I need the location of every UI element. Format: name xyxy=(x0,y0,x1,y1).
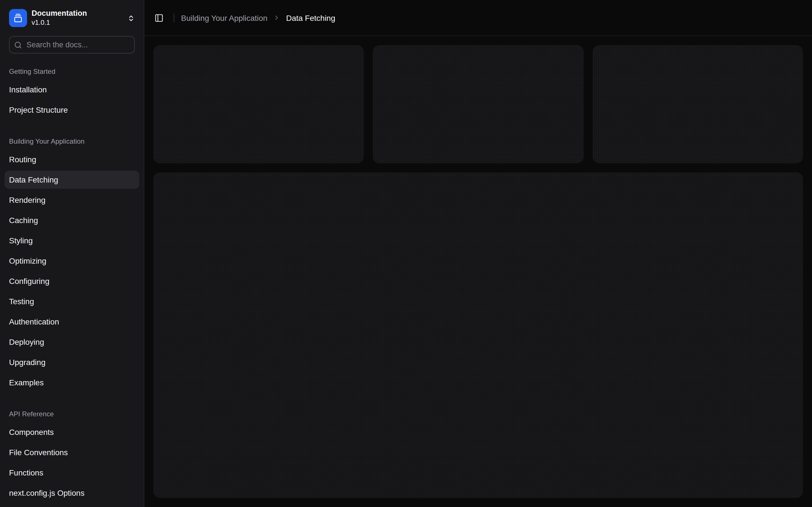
sidebar-item-routing[interactable]: Routing xyxy=(4,151,139,168)
breadcrumb-parent-link[interactable]: Building Your Application xyxy=(181,13,267,22)
sidebar-group-items: Routing Data Fetching Rendering Caching … xyxy=(4,151,139,392)
content xyxy=(144,36,812,507)
sidebar-item-configuring[interactable]: Configuring xyxy=(4,272,139,290)
sidebar-nav: Getting Started Installation Project Str… xyxy=(0,54,144,507)
sidebar-item-functions[interactable]: Functions xyxy=(4,464,139,482)
sidebar-item-deploying[interactable]: Deploying xyxy=(4,333,139,351)
sidebar-item-upgrading[interactable]: Upgrading xyxy=(4,353,139,371)
placeholder-card xyxy=(373,45,583,163)
sidebar-group-label: API Reference xyxy=(4,405,139,423)
sidebar-item-authentication[interactable]: Authentication xyxy=(4,313,139,331)
app-title: Documentation xyxy=(32,9,87,18)
sidebar-group: API Reference Components File Convention… xyxy=(4,405,139,502)
sidebar-group-label: Getting Started xyxy=(4,62,139,80)
chevrons-up-down-icon xyxy=(128,14,135,22)
placeholder-cards-row xyxy=(153,45,803,163)
gallery-vertical-end-icon xyxy=(13,13,22,22)
header-separator xyxy=(174,13,174,22)
team-text: Documentation v1.0.1 xyxy=(32,9,87,27)
sidebar-item-next-config-js-options[interactable]: next.config.js Options xyxy=(4,484,139,502)
sidebar-item-data-fetching[interactable]: Data Fetching xyxy=(4,171,139,189)
sidebar-item-installation[interactable]: Installation xyxy=(4,80,139,99)
search-field xyxy=(9,36,135,54)
sidebar-item-optimizing[interactable]: Optimizing xyxy=(4,252,139,270)
app-logo xyxy=(9,9,27,27)
breadcrumb-current-page: Data Fetching xyxy=(286,13,335,22)
sidebar-item-project-structure[interactable]: Project Structure xyxy=(4,101,139,119)
sidebar-toggle-button[interactable] xyxy=(151,10,167,25)
sidebar-group-items: Components File Conventions Functions ne… xyxy=(4,423,139,502)
sidebar-group-items: Installation Project Structure xyxy=(4,80,139,119)
main-area: Building Your Application Data Fetching xyxy=(144,0,812,507)
sidebar-item-examples[interactable]: Examples xyxy=(4,374,139,392)
sidebar: Documentation v1.0.1 Getting Started xyxy=(0,0,144,507)
content-header: Building Your Application Data Fetching xyxy=(144,0,812,36)
chevron-right-icon xyxy=(273,14,281,21)
sidebar-group-label: Building Your Application xyxy=(4,132,139,151)
breadcrumb: Building Your Application Data Fetching xyxy=(181,13,335,22)
app-window: Documentation v1.0.1 Getting Started xyxy=(0,0,812,507)
sidebar-header: Documentation v1.0.1 xyxy=(0,0,144,36)
sidebar-item-components[interactable]: Components xyxy=(4,423,139,441)
panel-left-icon xyxy=(154,13,163,22)
sidebar-item-caching[interactable]: Caching xyxy=(4,211,139,229)
sidebar-group: Building Your Application Routing Data F… xyxy=(4,132,139,392)
sidebar-item-rendering[interactable]: Rendering xyxy=(4,191,139,209)
sidebar-item-styling[interactable]: Styling xyxy=(4,231,139,249)
team-switcher-button[interactable]: Documentation v1.0.1 xyxy=(4,4,139,32)
placeholder-card-large xyxy=(153,172,803,498)
sidebar-item-file-conventions[interactable]: File Conventions xyxy=(4,443,139,461)
app-version: v1.0.1 xyxy=(32,19,87,27)
sidebar-item-testing[interactable]: Testing xyxy=(4,292,139,311)
sidebar-group: Getting Started Installation Project Str… xyxy=(4,62,139,119)
placeholder-card xyxy=(592,45,803,163)
placeholder-card xyxy=(153,45,364,163)
search-input[interactable] xyxy=(9,36,135,54)
